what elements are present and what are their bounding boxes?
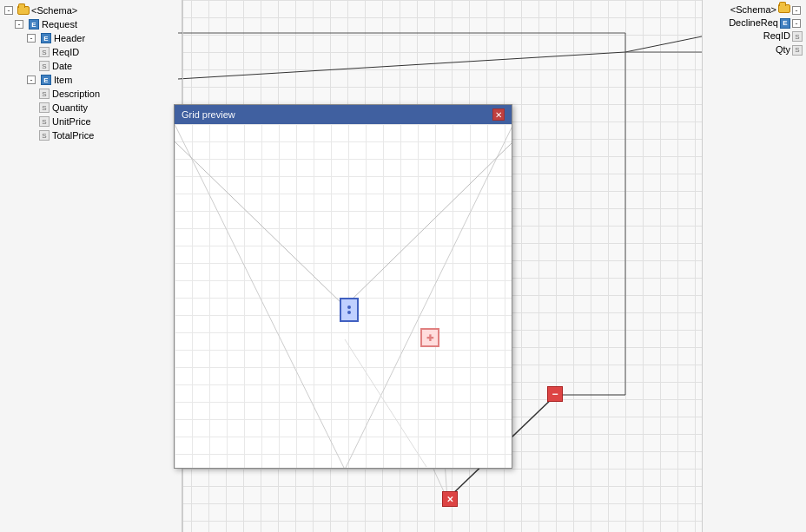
tree-request[interactable]: - E Request	[0, 17, 182, 31]
header-label: Header	[54, 33, 85, 43]
qty-right-label: Qty	[776, 44, 790, 55]
right-schema[interactable]: <Schema> -	[703, 3, 806, 16]
minus-symbol: −	[552, 388, 558, 400]
svg-line-13	[345, 124, 512, 468]
expand-icon-right2: -	[792, 17, 803, 28]
node-dot-1	[347, 305, 351, 309]
red-x-node[interactable]: ✕	[442, 491, 458, 507]
folder-icon-right	[778, 4, 790, 15]
right-schema-label: <Schema>	[730, 4, 776, 15]
quantity-label: Quantity	[52, 102, 88, 113]
expand-icon: -	[3, 4, 16, 16]
right-declinereq[interactable]: DeclineReq E -	[703, 16, 806, 30]
description-label: Description	[52, 89, 100, 99]
tree-unitprice[interactable]: S UnitPrice	[0, 115, 182, 128]
pink-node[interactable]: ✚	[420, 328, 439, 347]
tree-description[interactable]: S Description	[0, 87, 182, 101]
element-icon: E	[40, 74, 52, 86]
dialog-content: ✚	[175, 124, 512, 468]
x-symbol: ✕	[446, 495, 453, 504]
svg-line-16	[345, 339, 426, 467]
right-tree-panel: <Schema> - DeclineReq E - ReqID S	[702, 0, 806, 532]
expand-icon: -	[26, 74, 38, 86]
field-icon: S	[38, 102, 50, 114]
element-icon: E	[28, 18, 40, 30]
folder-icon	[17, 4, 30, 16]
element-icon-right: E	[780, 16, 790, 29]
declinereq-label: DeclineReq	[729, 17, 778, 28]
field-icon: S	[38, 115, 50, 128]
right-qty[interactable]: Qty S	[703, 43, 806, 56]
tree-quantity[interactable]: S Quantity	[0, 101, 182, 115]
dialog-title-label: Grid preview	[182, 109, 235, 120]
svg-line-12	[175, 124, 345, 468]
element-icon: E	[40, 32, 52, 44]
field-icon: S	[38, 129, 50, 141]
tree-header[interactable]: - E Header	[0, 31, 182, 45]
dialog-close-button[interactable]: ✕	[492, 108, 505, 121]
unitprice-label: UnitPrice	[52, 116, 91, 127]
reqid-label: ReqID	[52, 47, 79, 57]
node-dot-2	[347, 311, 351, 314]
totalprice-label: TotalPrice	[52, 130, 94, 141]
field-icon-right: S	[792, 30, 803, 43]
expand-icon: -	[26, 32, 38, 44]
left-tree-panel: - <Schema> - E Request - E Heade	[0, 0, 182, 532]
expand-icon: -	[14, 18, 26, 30]
blue-node[interactable]	[340, 298, 359, 322]
svg-line-14	[175, 141, 345, 306]
date-label: Date	[52, 61, 72, 71]
dialog-title-bar[interactable]: Grid preview ✕	[175, 105, 512, 124]
reqid-right-label: ReqID	[763, 30, 790, 41]
tree-item[interactable]: - E Item	[0, 73, 182, 87]
item-label: Item	[54, 75, 72, 85]
right-divider	[702, 0, 703, 532]
pink-node-symbol: ✚	[426, 333, 433, 343]
expand-icon-right: -	[792, 4, 803, 15]
tree-reqid[interactable]: S ReqID	[0, 45, 182, 59]
field-icon: S	[38, 60, 50, 72]
tree-totalprice[interactable]: S TotalPrice	[0, 128, 182, 142]
canvas-area: - <Schema> - E Request - E Heade	[0, 0, 806, 532]
request-label: Request	[42, 19, 77, 30]
field-icon-qty: S	[792, 43, 803, 56]
grid-preview-dialog: Grid preview ✕ ✚	[174, 104, 512, 469]
field-icon: S	[38, 46, 50, 58]
tree-root[interactable]: - <Schema>	[0, 3, 182, 17]
svg-line-15	[345, 141, 512, 306]
field-icon: S	[38, 88, 50, 100]
tree-root-label: <Schema>	[31, 5, 77, 16]
red-minus-node[interactable]: −	[547, 386, 563, 402]
tree-date[interactable]: S Date	[0, 59, 182, 73]
dialog-lines	[175, 124, 512, 468]
right-reqid[interactable]: ReqID S	[703, 30, 806, 43]
